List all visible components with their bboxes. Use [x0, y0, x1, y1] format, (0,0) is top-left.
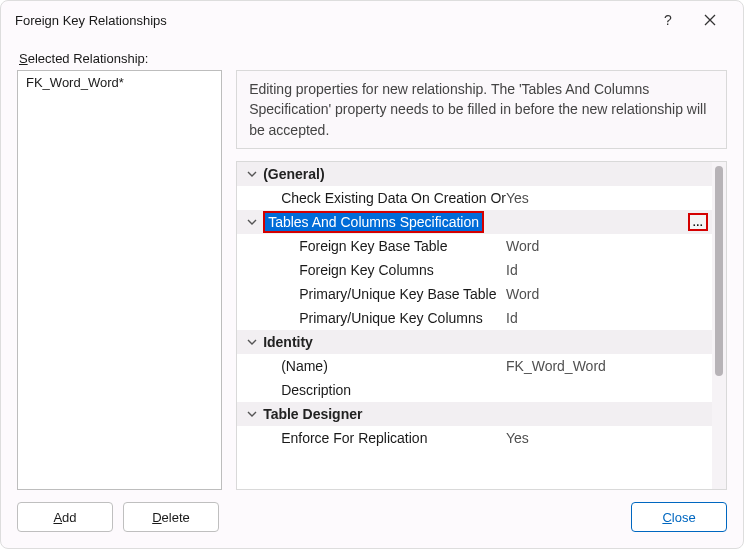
- property-grid-rows: (General) Check Existing Data On Creatio…: [237, 162, 712, 489]
- category-identity[interactable]: Identity: [237, 330, 712, 354]
- prop-name[interactable]: (Name) FK_Word_Word: [237, 354, 712, 378]
- chevron-down-icon[interactable]: [243, 169, 261, 179]
- prop-pk-base-table[interactable]: Primary/Unique Key Base Table Word: [237, 282, 712, 306]
- close-icon[interactable]: [689, 6, 731, 34]
- list-item[interactable]: FK_Word_Word*: [20, 73, 219, 92]
- prop-enforce-replication[interactable]: Enforce For Replication Yes: [237, 426, 712, 450]
- prop-fk-base-table[interactable]: Foreign Key Base Table Word: [237, 234, 712, 258]
- description-panel: Editing properties for new relationship.…: [236, 70, 727, 149]
- scrollbar[interactable]: [712, 162, 726, 489]
- prop-pk-columns[interactable]: Primary/Unique Key Columns Id: [237, 306, 712, 330]
- dialog-window: Foreign Key Relationships ? Selected Rel…: [0, 0, 744, 549]
- chevron-down-icon[interactable]: [243, 337, 261, 347]
- delete-button[interactable]: Delete: [123, 502, 219, 532]
- scrollbar-thumb[interactable]: [715, 166, 723, 376]
- prop-fk-columns[interactable]: Foreign Key Columns Id: [237, 258, 712, 282]
- help-icon[interactable]: ?: [647, 6, 689, 34]
- dialog-body: Selected Relationship: FK_Word_Word* Edi…: [1, 39, 743, 490]
- relationship-listbox[interactable]: FK_Word_Word*: [17, 70, 222, 490]
- add-button[interactable]: Add: [17, 502, 113, 532]
- prop-tables-columns-spec[interactable]: Tables And Columns Specification ...: [237, 210, 712, 234]
- prop-check-existing[interactable]: Check Existing Data On Creation Or Yes: [237, 186, 712, 210]
- close-button[interactable]: Close: [631, 502, 727, 532]
- chevron-down-icon[interactable]: [243, 409, 261, 419]
- right-panel: Editing properties for new relationship.…: [236, 70, 727, 490]
- selected-relationship-label: Selected Relationship:: [19, 51, 727, 66]
- category-table-designer[interactable]: Table Designer: [237, 402, 712, 426]
- chevron-down-icon[interactable]: [243, 217, 261, 227]
- window-title: Foreign Key Relationships: [15, 13, 647, 28]
- property-grid[interactable]: (General) Check Existing Data On Creatio…: [236, 161, 727, 490]
- prop-description[interactable]: Description: [237, 378, 712, 402]
- category-general[interactable]: (General): [237, 162, 712, 186]
- titlebar: Foreign Key Relationships ?: [1, 1, 743, 39]
- main-area: FK_Word_Word* Editing properties for new…: [17, 70, 727, 490]
- selected-highlight: Tables And Columns Specification: [263, 211, 484, 233]
- ellipsis-button[interactable]: ...: [688, 213, 708, 231]
- dialog-footer: Add Delete Close: [1, 490, 743, 548]
